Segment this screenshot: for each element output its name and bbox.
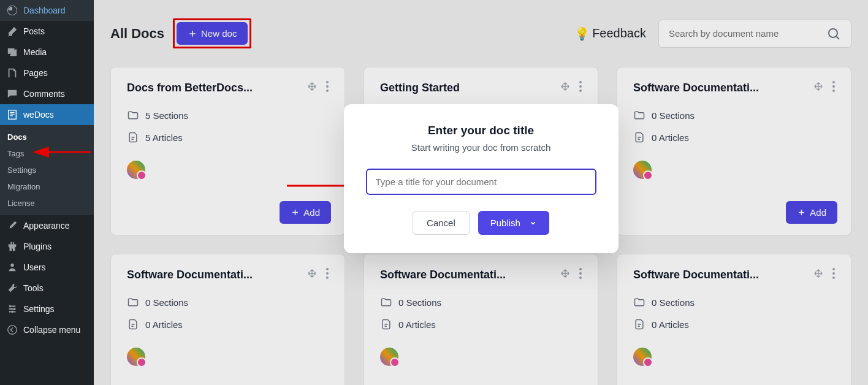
card-title[interactable]: Software Documentati... <box>380 269 506 281</box>
plugin-icon <box>6 241 18 252</box>
publish-button[interactable]: Publish <box>478 211 549 235</box>
new-doc-label: New doc <box>201 28 237 39</box>
sections-stat: 0 Sections <box>380 296 582 308</box>
new-doc-button[interactable]: New doc <box>177 22 248 45</box>
drag-handle-icon[interactable] <box>813 268 824 281</box>
submenu-docs[interactable]: Docs <box>0 129 94 145</box>
author-avatar[interactable] <box>127 161 145 179</box>
svg-point-8 <box>832 81 835 83</box>
author-avatar[interactable] <box>633 348 652 366</box>
menu-tools[interactable]: Tools <box>0 278 94 299</box>
menu-settings[interactable]: Settings <box>0 299 94 319</box>
folder-icon <box>127 296 139 308</box>
articles-text: 0 Articles <box>398 319 436 330</box>
articles-text: 5 Articles <box>145 132 183 143</box>
menu-appearance[interactable]: Appearance <box>0 215 94 236</box>
menu-plugins[interactable]: Plugins <box>0 236 94 257</box>
menu-dashboard[interactable]: Dashboard <box>0 0 94 21</box>
search-box[interactable] <box>658 20 851 48</box>
doc-title-input[interactable] <box>366 169 596 195</box>
pin-icon <box>6 26 18 37</box>
author-avatar[interactable] <box>127 348 145 366</box>
svg-point-19 <box>832 276 835 279</box>
plus-icon <box>797 208 806 217</box>
more-icon[interactable] <box>326 81 329 94</box>
articles-stat: 0 Articles <box>633 318 835 330</box>
page-icon <box>6 67 18 78</box>
menu-label: Settings <box>23 304 55 314</box>
menu-posts[interactable]: Posts <box>0 21 94 42</box>
menu-label: Users <box>23 262 46 272</box>
annotation-arrow <box>29 146 97 158</box>
sections-text: 0 Sections <box>398 297 441 308</box>
card-title[interactable]: Software Documentati... <box>633 82 759 94</box>
search-input[interactable] <box>669 28 826 39</box>
menu-label: Collapse menu <box>23 325 80 335</box>
comment-icon <box>6 88 18 99</box>
feedback-link[interactable]: 💡 Feedback <box>574 26 646 41</box>
svg-point-9 <box>832 85 835 88</box>
new-doc-modal: Enter your doc title Start writing your … <box>344 104 619 253</box>
svg-point-17 <box>832 268 835 270</box>
collapse-icon <box>6 324 18 335</box>
menu-media[interactable]: Media <box>0 42 94 63</box>
drag-handle-icon[interactable] <box>813 81 824 94</box>
document-icon <box>633 318 645 330</box>
author-avatar[interactable] <box>633 161 652 179</box>
svg-point-12 <box>326 272 329 275</box>
wedocs-icon <box>6 109 18 120</box>
cancel-button[interactable]: Cancel <box>413 211 470 235</box>
modal-subtitle: Start writing your doc from scratch <box>366 142 596 153</box>
svg-point-3 <box>326 85 329 88</box>
svg-point-18 <box>832 272 835 275</box>
menu-wedocs[interactable]: weDocs <box>0 104 94 125</box>
menu-label: Comments <box>23 89 65 99</box>
svg-point-15 <box>579 272 582 275</box>
menu-collapse[interactable]: Collapse menu <box>0 319 94 340</box>
annotation-highlight-box: New doc <box>173 18 251 48</box>
bulb-icon: 💡 <box>574 26 590 41</box>
svg-point-11 <box>326 268 329 270</box>
doc-card: Docs from BetterDocs... 5 Sections 5 Art… <box>110 67 345 235</box>
drag-handle-icon[interactable] <box>560 268 571 281</box>
card-title[interactable]: Software Documentati... <box>633 269 759 281</box>
more-icon[interactable] <box>579 81 582 94</box>
author-avatar[interactable] <box>380 348 398 366</box>
menu-label: Dashboard <box>23 6 66 15</box>
sections-text: 0 Sections <box>652 297 695 308</box>
more-icon[interactable] <box>832 81 835 94</box>
submenu-settings[interactable]: Settings <box>0 162 94 178</box>
more-icon[interactable] <box>326 268 329 281</box>
menu-pages[interactable]: Pages <box>0 63 94 83</box>
articles-stat: 5 Articles <box>127 131 329 143</box>
svg-point-7 <box>579 90 582 92</box>
doc-card: Software Documentati... 0 Sections 0 Art… <box>617 67 851 235</box>
sections-text: 5 Sections <box>145 110 188 121</box>
more-icon[interactable] <box>832 268 835 281</box>
page-header: All Docs New doc 💡 Feedback <box>110 18 851 48</box>
menu-label: Pages <box>23 68 48 78</box>
submenu-migration[interactable]: Migration <box>0 178 94 195</box>
menu-users[interactable]: Users <box>0 257 94 278</box>
folder-icon <box>633 109 645 121</box>
feedback-label: Feedback <box>592 26 646 40</box>
add-button[interactable]: Add <box>280 201 331 224</box>
submenu-license[interactable]: License <box>0 195 94 212</box>
articles-text: 0 Articles <box>652 319 689 330</box>
card-title[interactable]: Software Documentati... <box>127 269 253 281</box>
svg-point-10 <box>832 90 835 92</box>
document-icon <box>380 318 392 330</box>
brush-icon <box>6 220 18 231</box>
add-button[interactable]: Add <box>786 201 837 224</box>
drag-handle-icon[interactable] <box>560 81 571 94</box>
card-title[interactable]: Getting Started <box>380 82 460 94</box>
drag-handle-icon[interactable] <box>306 81 318 94</box>
svg-point-6 <box>579 85 582 88</box>
drag-handle-icon[interactable] <box>306 268 318 281</box>
card-title[interactable]: Docs from BetterDocs... <box>127 82 253 94</box>
sections-stat: 0 Sections <box>127 296 329 308</box>
svg-point-1 <box>829 29 837 37</box>
svg-point-14 <box>579 268 582 270</box>
menu-comments[interactable]: Comments <box>0 83 94 104</box>
more-icon[interactable] <box>579 268 582 281</box>
